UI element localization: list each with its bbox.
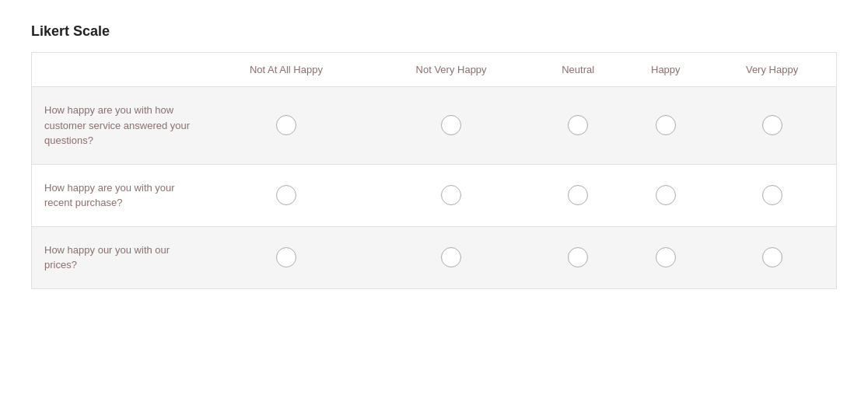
radio-cell-happy-1[interactable]: [624, 164, 709, 226]
question-cell-2: How happy our you with our prices?: [32, 226, 203, 288]
question-cell-0: How happy are you with how customer serv…: [32, 87, 203, 165]
col-header-very-happy: Very Happy: [708, 53, 836, 87]
radio-cell-neutral-0[interactable]: [533, 87, 624, 165]
radio-cell-happy-2[interactable]: [624, 226, 709, 288]
radio-neutral-0[interactable]: [568, 115, 588, 135]
question-cell-1: How happy are you with your recent purch…: [32, 164, 203, 226]
radio-not_very_happy-0[interactable]: [441, 115, 461, 135]
radio-neutral-2[interactable]: [568, 247, 588, 267]
radio-not_at_all_happy-1[interactable]: [276, 185, 296, 205]
radio-very_happy-2[interactable]: [762, 247, 782, 267]
page-title: Likert Scale: [31, 23, 837, 40]
radio-very_happy-0[interactable]: [762, 115, 782, 135]
radio-cell-very_happy-0[interactable]: [708, 87, 836, 165]
table-row: How happy are you with your recent purch…: [32, 164, 837, 226]
radio-not_at_all_happy-0[interactable]: [276, 115, 296, 135]
radio-cell-very_happy-1[interactable]: [708, 164, 836, 226]
radio-cell-not_very_happy-2[interactable]: [369, 226, 532, 288]
table-row: How happy our you with our prices?: [32, 226, 837, 288]
radio-cell-very_happy-2[interactable]: [708, 226, 836, 288]
col-header-not-at-all-happy: Not At All Happy: [203, 53, 370, 87]
likert-scale-table: Not At All Happy Not Very Happy Neutral …: [31, 52, 837, 289]
radio-cell-neutral-1[interactable]: [533, 164, 624, 226]
radio-cell-not_very_happy-0[interactable]: [369, 87, 532, 165]
radio-happy-1[interactable]: [656, 185, 676, 205]
radio-cell-not_very_happy-1[interactable]: [369, 164, 532, 226]
col-header-not-very-happy: Not Very Happy: [369, 53, 532, 87]
radio-not_very_happy-1[interactable]: [441, 185, 461, 205]
radio-not_at_all_happy-2[interactable]: [276, 247, 296, 267]
radio-neutral-1[interactable]: [568, 185, 588, 205]
table-header-row: Not At All Happy Not Very Happy Neutral …: [32, 53, 837, 87]
radio-cell-not_at_all_happy-0[interactable]: [203, 87, 370, 165]
radio-cell-not_at_all_happy-2[interactable]: [203, 226, 370, 288]
radio-cell-happy-0[interactable]: [624, 87, 709, 165]
radio-cell-not_at_all_happy-1[interactable]: [203, 164, 370, 226]
radio-very_happy-1[interactable]: [762, 185, 782, 205]
col-header-neutral: Neutral: [533, 53, 624, 87]
col-header-question: [32, 53, 203, 87]
radio-not_very_happy-2[interactable]: [441, 247, 461, 267]
radio-happy-0[interactable]: [656, 115, 676, 135]
table-row: How happy are you with how customer serv…: [32, 87, 837, 165]
radio-cell-neutral-2[interactable]: [533, 226, 624, 288]
col-header-happy: Happy: [624, 53, 709, 87]
radio-happy-2[interactable]: [656, 247, 676, 267]
